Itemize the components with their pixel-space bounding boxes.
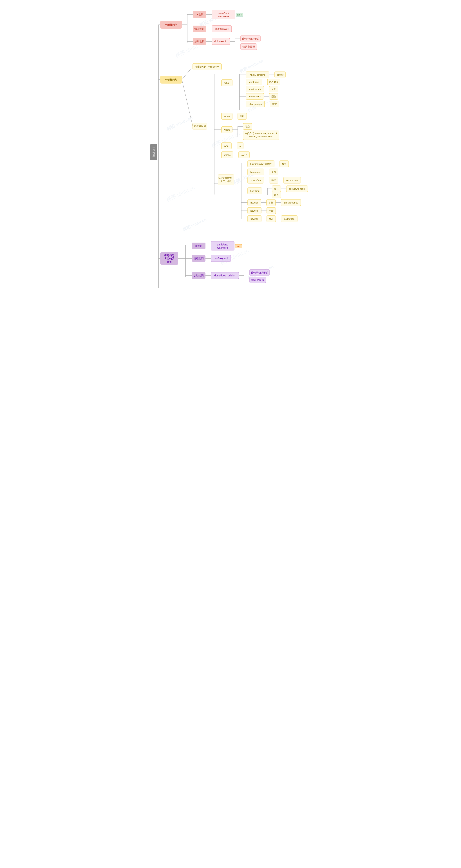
be-label: be动词 <box>195 13 204 16</box>
how-tall-ans2: 1.6metres <box>284 218 295 220</box>
mindmap-svg: 三 大 句 型 一般疑问句 be动词 am/is/are/ was/were <box>150 4 311 310</box>
what-label: what <box>224 82 229 84</box>
modal-answer: can/may/will <box>215 27 228 30</box>
whose-ans: 人名's <box>241 154 247 156</box>
not-text: not↓ <box>237 245 240 247</box>
how-far-km: 278kilometres <box>284 202 298 204</box>
where-prepos2: behind,beside,between <box>249 135 273 138</box>
how-long-duojiu: 多久 <box>274 187 279 190</box>
main-content: 三 大 句 型 一般疑问句 be动词 am/is/are/ was/were <box>150 4 311 310</box>
watermark-svg1: 树图 shutu.cn <box>175 41 205 59</box>
what-do-label: what...do/doing <box>249 73 266 76</box>
note-text: 注意！ <box>237 14 242 16</box>
where-label: where <box>223 128 230 131</box>
how-often-freq: 频率 <box>271 179 276 182</box>
fouding-label1: 否定句与 <box>164 254 175 257</box>
how-old-ans: 年龄 <box>269 210 274 212</box>
how-much-ans: 价格 <box>271 171 276 174</box>
what-sports-ans: 运动 <box>271 88 276 91</box>
what-time-label: what time <box>249 81 259 83</box>
svg-line-14 <box>182 80 193 126</box>
where-prepos1: 方位介词:in,on,under,in front of, <box>245 132 277 135</box>
how-far-label: how far <box>250 202 258 204</box>
how-far-ans: 多远 <box>269 202 273 204</box>
teshu-ci-label: 特殊疑问词 <box>194 125 206 127</box>
aux2-sub2: 动词变原形 <box>251 278 264 281</box>
whose-label: whose <box>224 154 231 156</box>
aux-sub1: 看句子动词形式 <box>242 37 259 40</box>
aux2-sub1: 看句子动词形式 <box>251 271 268 274</box>
sidebar-label-text4: 型 <box>153 154 155 157</box>
be2-label: be动词 <box>195 244 203 247</box>
be-answer: am/is/are/ <box>218 12 229 14</box>
be2-ans1: am/is/are/ <box>217 243 228 246</box>
sidebar-label-text: 三 <box>153 146 155 148</box>
how-label1: how交通方式、 <box>218 177 234 179</box>
aux-sub2: 动词变原形 <box>242 45 255 48</box>
modal-label: 情态动词 <box>194 27 205 30</box>
how-label2: 天气、感觉 <box>220 180 232 183</box>
watermark-svg3: 树图 shutu.cn <box>165 185 195 203</box>
be-answer2: was/were <box>218 15 229 18</box>
be2-ans2: was/were <box>217 246 228 249</box>
modal2-label: 情态动词 <box>193 257 204 260</box>
aux-answer: do/does/did <box>214 40 227 43</box>
what-colour-ans: 颜色 <box>271 95 276 98</box>
teshu-plus-label: 特殊疑问词+一般疑问句 <box>195 65 219 68</box>
teshu-label: 特殊疑问句 <box>165 78 177 81</box>
what-sports-label: what sports <box>249 88 261 91</box>
what-season-ans: 季节 <box>272 103 277 105</box>
how-much-label: how much <box>250 171 261 174</box>
where-dian: 地点 <box>245 125 250 128</box>
how-tall-ans1: 身高 <box>269 218 274 220</box>
how-many-label: how many+名词复数 <box>250 163 272 165</box>
aux2-label: 加助动词 <box>193 274 204 277</box>
what-colour-label: what colour <box>249 95 261 98</box>
how-long-label: how long <box>250 190 259 192</box>
what-do-ans: 做事情 <box>277 73 284 76</box>
when-ans: 时间 <box>240 115 245 118</box>
how-often-extra: once a day <box>286 179 298 182</box>
sidebar-label-text3: 句 <box>153 151 155 154</box>
fouding-label2: 肯定句的 <box>164 257 174 260</box>
fouding-label3: 转换 <box>166 260 172 263</box>
how-long-duochang: 多长 <box>274 194 279 196</box>
svg-line-13 <box>182 67 193 80</box>
aux2-ans: don't/doesn't/didn't <box>214 274 235 277</box>
who-label: who <box>224 145 228 147</box>
how-old-label: how old <box>250 210 258 212</box>
yiban-label: 一般疑问句 <box>165 23 177 26</box>
how-many-ans: 数字 <box>282 163 286 165</box>
page-wrapper: 树图 shutu.cn 树图 shutu.cn 树图 shutu.cn 树图 s… <box>150 0 311 317</box>
how-long-duojiu-ans: about two hours <box>289 187 306 190</box>
sidebar-label-text2: 大 <box>153 148 155 151</box>
how-often-label: how often <box>251 179 261 182</box>
how-tall-label: how tall <box>250 218 258 220</box>
what-time-ans: 钟表时间 <box>269 81 278 83</box>
when-label: when <box>224 115 229 118</box>
who-ans: 人 <box>239 145 241 147</box>
